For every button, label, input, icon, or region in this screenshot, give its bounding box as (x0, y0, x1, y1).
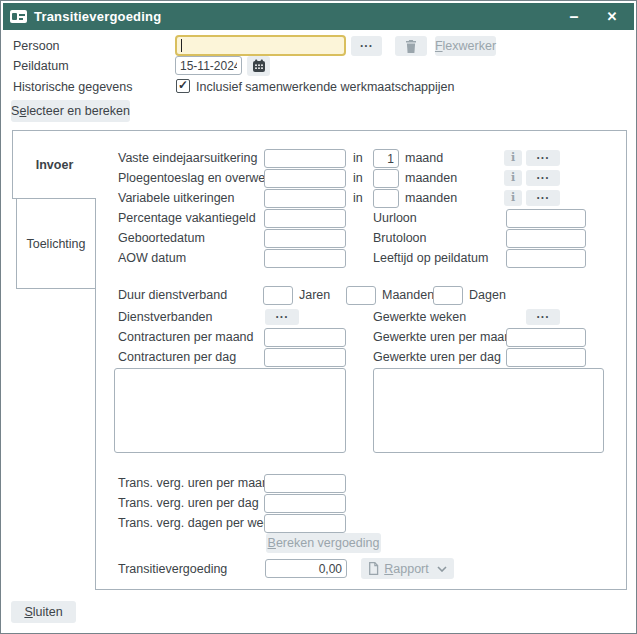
in-label: in (353, 171, 363, 186)
info-button[interactable]: i (504, 190, 522, 206)
dienstverbanden-lookup-button[interactable]: ... (265, 309, 299, 325)
ellipsis-icon: ... (536, 307, 549, 321)
geboortedatum-label: Geboortedatum (118, 231, 205, 246)
leeftijd-op-peildatum-input[interactable] (506, 249, 586, 268)
close-button[interactable]: ✕ (600, 3, 624, 30)
variabele-uitkeringen-input[interactable] (264, 189, 346, 208)
ellipsis-icon: ... (536, 168, 549, 182)
ellipsis-icon: ... (275, 307, 288, 321)
bereken-vergoeding-button[interactable]: Bereken vergoeding (266, 533, 381, 553)
sluiten-button[interactable]: Sluiten (11, 601, 76, 623)
trash-icon (405, 40, 417, 53)
uurloon-label: Uurloon (373, 211, 417, 226)
duur-dagen-input[interactable] (433, 286, 463, 305)
vaste-eindejaarsuitkering-label: Vaste eindejaarsuitkering (118, 151, 257, 166)
persoon-lookup-button[interactable]: ... (351, 36, 382, 56)
geboortedatum-input[interactable] (264, 229, 346, 248)
persoon-input[interactable] (175, 35, 346, 56)
trans-verg-uren-per-maand-label: Trans. verg. uren per maand (118, 476, 276, 491)
ellipsis-icon: ... (536, 188, 549, 202)
trans-verg-dagen-per-week-input[interactable] (264, 514, 346, 533)
percentage-vakantiegeld-input[interactable] (264, 209, 346, 228)
percentage-vakantiegeld-label: Percentage vakantiegeld (118, 211, 256, 226)
ploegentoeslag-input[interactable] (264, 169, 346, 188)
historische-gegevens-label: Historische gegevens (13, 80, 133, 95)
maanden-unit-label: maanden (405, 191, 457, 206)
contracturen-per-maand-input[interactable] (264, 328, 346, 347)
contracturen-per-maand-label: Contracturen per maand (118, 330, 254, 345)
aow-datum-label: AOW datum (118, 251, 186, 266)
contracturen-per-dag-input[interactable] (264, 348, 346, 367)
aow-datum-input[interactable] (264, 249, 346, 268)
gewerkte-weken-lookup-button[interactable]: ... (526, 309, 560, 325)
info-button[interactable]: i (504, 170, 522, 186)
jaren-label: Jaren (299, 288, 330, 303)
titlebar: Transitievergoeding – ✕ (3, 3, 634, 30)
gewerkte-weken-listbox[interactable] (373, 368, 604, 453)
vaste-eindejaarsuitkering-input[interactable] (264, 149, 346, 168)
tab-toelichting[interactable]: Toelichting (16, 198, 96, 289)
inclusief-checkbox[interactable]: ✓ (176, 79, 190, 93)
leeftijd-op-peildatum-label: Leeftijd op peildatum (373, 251, 488, 266)
gewerkte-uren-per-maand-label: Gewerkte uren per maand (373, 330, 518, 345)
app-icon (10, 10, 27, 23)
ploegentoeslag-maanden-input[interactable] (373, 169, 399, 188)
info-button[interactable]: i (504, 150, 522, 166)
duur-maanden-input[interactable] (346, 286, 376, 305)
checkmark-icon: ✓ (178, 79, 188, 91)
gewerkte-uren-per-dag-label: Gewerkte uren per dag (373, 350, 501, 365)
duur-dienstverband-label: Duur dienstverband (118, 288, 227, 303)
vaste-eindejaarsuitkering-maanden-input[interactable] (373, 149, 399, 168)
ploegentoeslag-lookup-button[interactable]: ... (526, 170, 560, 186)
brutoloon-label: Brutoloon (373, 231, 427, 246)
trans-verg-uren-per-maand-input[interactable] (264, 474, 346, 493)
text-caret (181, 39, 182, 52)
maand-unit-label: maand (405, 151, 443, 166)
transitievergoeding-label: Transitievergoeding (118, 562, 227, 577)
gewerkte-uren-per-maand-input[interactable] (506, 328, 586, 347)
tab-invoer[interactable]: Invoer (12, 130, 96, 199)
brutoloon-input[interactable] (506, 229, 586, 248)
ellipsis-icon: ... (360, 36, 373, 50)
uurloon-input[interactable] (506, 209, 586, 228)
in-label: in (353, 191, 363, 206)
transitievergoeding-dialog: Transitievergoeding – ✕ Persoon ... Flex… (0, 0, 637, 634)
ploegentoeslag-label: Ploegentoeslag en overwerk (118, 171, 276, 186)
peildatum-calendar-button[interactable] (247, 56, 270, 76)
trans-verg-dagen-per-week-label: Trans. verg. dagen per week (118, 516, 277, 531)
ellipsis-icon: ... (536, 148, 549, 162)
chevron-down-icon (437, 566, 447, 572)
info-icon: i (511, 171, 515, 184)
inclusief-label: Inclusief samenwerkende werkmaatschappij… (196, 80, 454, 95)
maanden-label: Maanden (382, 288, 434, 303)
delete-person-button[interactable] (395, 36, 427, 56)
peildatum-label: Peildatum (13, 59, 69, 74)
calendar-icon (252, 59, 266, 73)
variabele-uitkeringen-label: Variabele uitkeringen (118, 191, 235, 206)
dienstverbanden-label: Dienstverbanden (118, 310, 213, 325)
peildatum-input[interactable] (175, 56, 242, 75)
maanden-unit-label: maanden (405, 171, 457, 186)
dagen-label: Dagen (469, 288, 506, 303)
info-icon: i (511, 151, 515, 164)
info-icon: i (511, 191, 515, 204)
duur-jaren-input[interactable] (263, 286, 293, 305)
variabele-uitkeringen-maanden-input[interactable] (373, 189, 399, 208)
dienstverbanden-listbox[interactable] (114, 368, 346, 453)
trans-verg-uren-per-dag-label: Trans. verg. uren per dag (118, 496, 259, 511)
transitievergoeding-value-input[interactable] (265, 559, 347, 578)
contracturen-per-dag-label: Contracturen per dag (118, 350, 236, 365)
gewerkte-uren-per-dag-input[interactable] (506, 348, 586, 367)
persoon-label: Persoon (13, 39, 60, 54)
flexwerker-button[interactable]: Flexwerker (435, 36, 496, 56)
vaste-eindejaarsuitkering-lookup-button[interactable]: ... (526, 150, 560, 166)
window-title: Transitievergoeding (34, 9, 161, 24)
in-label: in (353, 151, 363, 166)
variabele-uitkeringen-lookup-button[interactable]: ... (526, 190, 560, 206)
rapport-dropdown-button[interactable]: Rapport (361, 558, 454, 579)
document-icon (368, 562, 379, 575)
minimize-button[interactable]: – (562, 3, 586, 30)
gewerkte-weken-label: Gewerkte weken (373, 310, 466, 325)
selecteer-en-bereken-button[interactable]: Selecteer en bereken (11, 100, 130, 122)
trans-verg-uren-per-dag-input[interactable] (264, 494, 346, 513)
